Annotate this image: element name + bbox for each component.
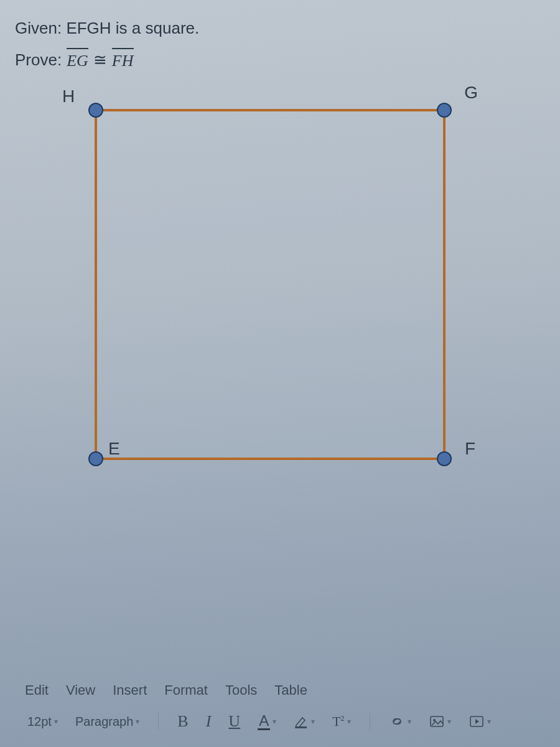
superscript-icon: T2	[332, 713, 344, 730]
given-line: Given: EFGH is a square.	[15, 19, 545, 38]
media-icon	[469, 715, 485, 728]
font-size-value: 12pt	[27, 715, 52, 729]
menu-table[interactable]: Table	[274, 682, 307, 698]
svg-point-2	[437, 103, 451, 117]
editor-toolbar: 12pt ▾ Paragraph ▾ B I U A ▾ ▾ T2 ▾	[25, 711, 535, 732]
menu-format[interactable]: Format	[164, 682, 208, 698]
bold-button[interactable]: B	[175, 711, 190, 732]
menu-insert[interactable]: Insert	[113, 682, 147, 698]
text-color-icon: A	[258, 713, 270, 730]
svg-point-7	[433, 719, 436, 721]
chevron-down-icon: ▾	[408, 717, 411, 726]
segment-fh: FH	[112, 49, 134, 70]
given-label: Given:	[15, 19, 62, 37]
rich-text-editor: Edit View Insert Format Tools Table 12pt…	[0, 672, 560, 747]
bold-icon: B	[177, 712, 188, 731]
svg-point-1	[89, 103, 103, 117]
geometry-figure: H G E F	[77, 92, 463, 477]
image-button[interactable]: ▾	[426, 713, 454, 730]
font-size-select[interactable]: 12pt ▾	[25, 713, 60, 730]
text-color-button[interactable]: A ▾	[255, 712, 279, 731]
toolbar-separator	[370, 713, 370, 730]
prove-label: Prove:	[15, 50, 62, 70]
toolbar-separator	[158, 713, 159, 730]
image-icon	[429, 715, 445, 728]
chevron-down-icon: ▾	[54, 717, 58, 726]
media-button[interactable]: ▾	[466, 713, 493, 730]
congruent-symbol: ≅	[93, 50, 107, 70]
superscript-button[interactable]: T2 ▾	[330, 712, 353, 731]
italic-icon: I	[206, 712, 212, 731]
underline-button[interactable]: U	[226, 711, 243, 732]
square-svg	[77, 92, 463, 477]
underline-icon: U	[228, 712, 240, 731]
chevron-down-icon: ▾	[311, 717, 315, 726]
menu-tools[interactable]: Tools	[225, 682, 257, 698]
chevron-down-icon: ▾	[347, 717, 351, 726]
block-format-select[interactable]: Paragraph ▾	[73, 713, 142, 730]
vertex-label-e: E	[108, 439, 120, 459]
segment-eg: EG	[67, 49, 88, 70]
menu-view[interactable]: View	[66, 682, 95, 698]
svg-point-3	[89, 452, 103, 466]
chevron-down-icon: ▾	[447, 717, 451, 726]
prove-line: Prove: EG ≅ FH	[15, 49, 545, 70]
vertex-label-g: G	[464, 83, 478, 103]
given-text: EFGH is a square.	[66, 19, 199, 37]
block-format-value: Paragraph	[75, 715, 133, 729]
highlight-icon	[294, 714, 309, 729]
editor-menu: Edit View Insert Format Tools Table	[25, 682, 535, 698]
italic-button[interactable]: I	[203, 711, 214, 732]
chevron-down-icon: ▾	[136, 717, 139, 726]
chevron-down-icon: ▾	[487, 717, 491, 726]
vertex-label-h: H	[62, 87, 75, 106]
chevron-down-icon: ▾	[273, 717, 276, 726]
vertex-label-f: F	[465, 439, 475, 459]
link-icon	[389, 715, 405, 728]
link-button[interactable]: ▾	[386, 713, 414, 730]
highlight-button[interactable]: ▾	[291, 713, 317, 730]
svg-point-4	[437, 452, 451, 466]
svg-rect-0	[96, 110, 444, 459]
menu-edit[interactable]: Edit	[25, 682, 49, 698]
svg-rect-5	[296, 726, 307, 728]
